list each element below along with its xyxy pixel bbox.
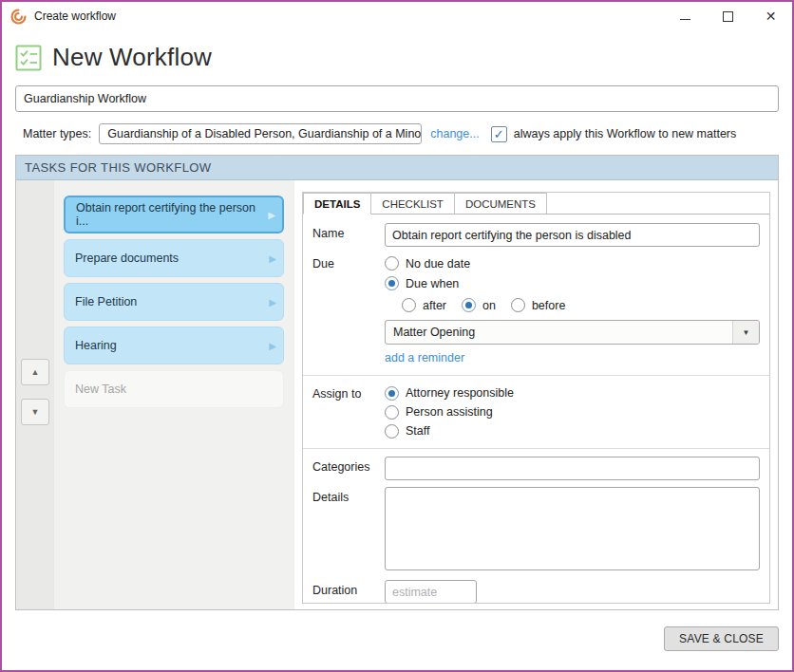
tab-details[interactable]: DETAILS bbox=[303, 193, 371, 215]
always-apply-label: always apply this Workflow to new matter… bbox=[514, 127, 737, 140]
new-task-item[interactable]: New Task bbox=[64, 370, 284, 408]
always-apply-checkbox[interactable]: ✓ bbox=[491, 126, 507, 142]
details-row: Details bbox=[312, 487, 760, 573]
tasks-section: TASKS FOR THIS WORKFLOW ▲ ▼ Obtain repor… bbox=[15, 155, 779, 610]
move-task-up-button[interactable]: ▲ bbox=[21, 359, 49, 385]
radio-icon[interactable] bbox=[385, 256, 399, 271]
tasks-section-header: TASKS FOR THIS WORKFLOW bbox=[16, 156, 778, 180]
task-name-input[interactable] bbox=[385, 223, 760, 247]
matter-types-row: Matter types: Guardianship of a Disabled… bbox=[15, 123, 779, 144]
task-item-file-petition[interactable]: File Petition ▶ bbox=[64, 283, 284, 321]
categories-label: Categories bbox=[312, 457, 385, 480]
close-icon: ✕ bbox=[766, 9, 777, 24]
add-reminder-link[interactable]: add a reminder bbox=[385, 351, 464, 364]
task-item-label: Prepare documents bbox=[75, 252, 179, 265]
radio-label: Staff bbox=[406, 424, 429, 438]
new-task-label: New Task bbox=[75, 383, 126, 396]
tab-documents[interactable]: DOCUMENTS bbox=[454, 193, 547, 214]
duration-row: Duration bbox=[312, 580, 760, 604]
radio-staff[interactable]: Staff bbox=[385, 421, 760, 440]
radio-on[interactable]: on bbox=[462, 295, 496, 315]
radio-after[interactable]: after bbox=[402, 295, 446, 315]
radio-label: on bbox=[482, 299, 496, 312]
maximize-button[interactable] bbox=[707, 2, 749, 30]
assign-to-label: Assign to bbox=[312, 383, 385, 440]
radio-due-when[interactable]: Due when bbox=[385, 273, 760, 293]
radio-icon[interactable] bbox=[385, 405, 399, 420]
due-when-options: after on before bbox=[402, 295, 760, 315]
change-matter-types-link[interactable]: change... bbox=[430, 127, 479, 140]
task-item-label: Obtain report certifying the person i... bbox=[76, 201, 265, 228]
titlebar: Create workflow ✕ bbox=[2, 2, 792, 30]
save-and-close-button[interactable]: SAVE & CLOSE bbox=[664, 626, 779, 651]
workflow-name-row bbox=[15, 85, 779, 112]
smokeball-logo-icon bbox=[9, 8, 28, 26]
radio-icon[interactable] bbox=[462, 298, 476, 312]
radio-before[interactable]: before bbox=[511, 295, 565, 315]
name-label: Name bbox=[312, 223, 385, 247]
categories-row: Categories bbox=[312, 457, 760, 480]
tasks-body: ▲ ▼ Obtain report certifying the person … bbox=[16, 180, 778, 609]
workflow-checklist-icon bbox=[15, 45, 42, 71]
footer: SAVE & CLOSE bbox=[2, 610, 792, 651]
name-row: Name bbox=[312, 223, 760, 247]
duration-input[interactable] bbox=[385, 580, 477, 604]
task-list: Obtain report certifying the person i...… bbox=[54, 180, 294, 609]
task-details-panel: DETAILS CHECKLIST DOCUMENTS Name Due bbox=[302, 192, 770, 604]
create-workflow-window: Create workflow ✕ New Workflow Matter ty… bbox=[0, 0, 794, 672]
assign-to-row: Assign to Attorney responsible Person as… bbox=[312, 383, 760, 440]
radio-label: Due when bbox=[406, 277, 459, 290]
categories-input[interactable] bbox=[385, 457, 760, 480]
radio-person-assisting[interactable]: Person assisting bbox=[385, 402, 760, 421]
details-form: Name Due No due date bbox=[303, 215, 769, 604]
maximize-icon bbox=[723, 11, 733, 22]
separator bbox=[303, 448, 769, 449]
minimize-icon bbox=[680, 19, 690, 20]
close-button[interactable]: ✕ bbox=[749, 2, 792, 30]
task-item-label: File Petition bbox=[75, 295, 137, 308]
radio-label: Attorney responsible bbox=[406, 386, 514, 400]
radio-label: Person assisting bbox=[406, 405, 493, 419]
task-item-label: Hearing bbox=[75, 339, 117, 352]
duration-label: Duration bbox=[312, 580, 385, 604]
radio-label: after bbox=[423, 299, 446, 312]
minimize-button[interactable] bbox=[664, 2, 707, 30]
page-header: New Workflow bbox=[2, 30, 792, 85]
task-arrow-icon: ▶ bbox=[269, 253, 276, 264]
radio-icon[interactable] bbox=[385, 276, 399, 290]
radio-label: before bbox=[532, 299, 565, 312]
tab-checklist[interactable]: CHECKLIST bbox=[370, 193, 455, 214]
move-task-down-button[interactable]: ▼ bbox=[21, 399, 49, 425]
due-row: Due No due date Due when bbox=[312, 253, 760, 367]
details-tab-row: DETAILS CHECKLIST DOCUMENTS bbox=[303, 193, 769, 215]
details-textarea[interactable] bbox=[385, 487, 760, 570]
matter-types-value: Guardianship of a Disabled Person, Guard… bbox=[99, 123, 422, 144]
due-anchor-dropdown[interactable]: Matter Opening ▼ bbox=[385, 320, 760, 345]
checkmark-icon: ✓ bbox=[494, 127, 504, 141]
task-reorder-strip: ▲ ▼ bbox=[16, 180, 54, 609]
window-controls: ✕ bbox=[664, 2, 792, 30]
task-item-obtain-report[interactable]: Obtain report certifying the person i...… bbox=[64, 196, 284, 233]
up-arrow-icon: ▲ bbox=[31, 367, 40, 377]
workflow-name-input[interactable] bbox=[15, 85, 779, 112]
task-item-hearing[interactable]: Hearing ▶ bbox=[64, 327, 284, 364]
due-label: Due bbox=[312, 253, 385, 367]
window-title: Create workflow bbox=[34, 9, 664, 23]
radio-icon[interactable] bbox=[385, 424, 399, 439]
dropdown-arrow-icon[interactable]: ▼ bbox=[732, 321, 759, 344]
radio-icon[interactable] bbox=[511, 298, 525, 312]
radio-no-due-date[interactable]: No due date bbox=[385, 253, 760, 273]
task-arrow-icon: ▶ bbox=[269, 297, 276, 308]
matter-types-label: Matter types: bbox=[15, 127, 91, 140]
details-label: Details bbox=[312, 487, 385, 573]
radio-icon[interactable] bbox=[385, 386, 399, 401]
radio-label: No due date bbox=[406, 257, 470, 271]
down-arrow-icon: ▼ bbox=[31, 407, 40, 417]
radio-icon[interactable] bbox=[402, 298, 416, 312]
task-arrow-icon: ▶ bbox=[269, 341, 276, 351]
task-item-prepare-documents[interactable]: Prepare documents ▶ bbox=[64, 239, 284, 277]
separator bbox=[303, 375, 769, 376]
page-title: New Workflow bbox=[52, 43, 212, 72]
task-arrow-icon: ▶ bbox=[268, 210, 275, 220]
radio-attorney-responsible[interactable]: Attorney responsible bbox=[385, 383, 760, 402]
